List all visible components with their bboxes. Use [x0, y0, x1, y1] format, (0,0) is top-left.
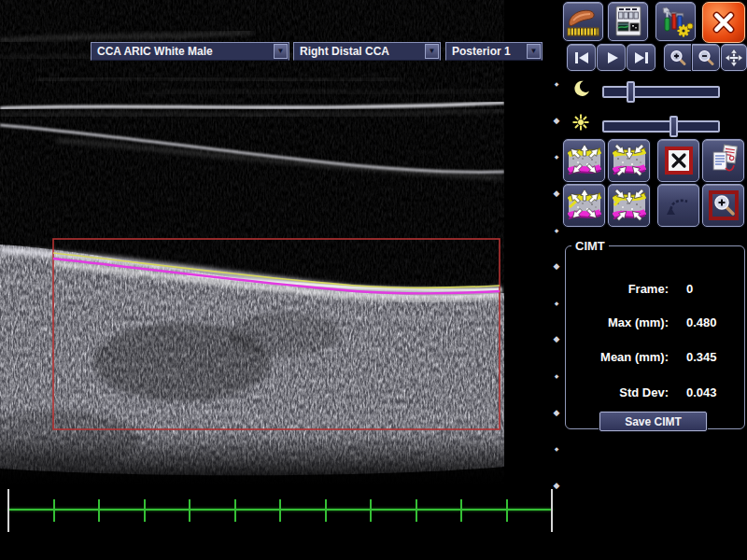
frame-label: Frame:	[566, 281, 669, 298]
zoom-out-icon	[697, 49, 715, 66]
ruler-end-tick	[551, 489, 553, 532]
ruler-tick	[189, 499, 190, 522]
moon-icon	[573, 79, 590, 96]
near-wall-detect-in-icon	[613, 187, 646, 224]
stddev-value: 0.043	[686, 385, 717, 401]
sun-icon	[571, 113, 590, 132]
zoom-in-icon	[669, 49, 687, 66]
contrast-slider-thumb[interactable]	[627, 81, 635, 103]
diamond-icon: ◆	[554, 262, 560, 271]
report-layout-button[interactable]	[608, 2, 648, 41]
ultrasound-image-canvas[interactable]	[0, 0, 504, 485]
pan-icon	[725, 49, 743, 67]
scale-ruler	[7, 489, 553, 532]
ruler-tick	[144, 499, 146, 522]
close-button[interactable]	[702, 2, 745, 43]
ruler-end-tick	[7, 489, 9, 532]
play-icon	[602, 49, 621, 66]
copy-report-icon	[707, 143, 740, 178]
ruler-tick	[279, 499, 281, 522]
near-wall-detect-out-icon	[568, 187, 601, 224]
save-cimt-button[interactable]: Save CIMT	[599, 412, 707, 431]
zoom-in-button[interactable]	[664, 44, 692, 71]
diamond-icon: ◆	[554, 189, 560, 198]
probe-measure-icon	[566, 5, 601, 38]
cimt-panel-title: CIMT	[571, 239, 609, 253]
stddev-label: Std Dev:	[566, 385, 669, 401]
diamond-icon: ◆	[555, 228, 559, 233]
magnify-roi-button[interactable]	[702, 184, 744, 227]
near-wall-detect-out-button[interactable]	[563, 184, 605, 227]
mean-value: 0.345	[686, 349, 717, 366]
brightness-slider[interactable]	[602, 120, 720, 133]
panel-divider-diamonds: ◆ ◆ ◆ ◆ ◆ ◆ ◆ ◆ ◆ ◆ ◆ ◆	[551, 81, 562, 490]
copy-report-button[interactable]	[702, 139, 744, 182]
last-frame-button[interactable]	[627, 44, 655, 71]
pan-button[interactable]	[721, 44, 747, 71]
settings-tools-button[interactable]	[655, 2, 696, 41]
ruler-tick	[370, 499, 372, 522]
ultrasound-graphics	[0, 0, 504, 485]
first-frame-icon	[572, 49, 591, 66]
ruler-ticks	[7, 489, 553, 532]
cimt-analysis-window: { "presets": { "protocol": "CCA ARIC Whi…	[0, 0, 747, 560]
delete-trace-icon	[662, 144, 696, 177]
ruler-tick	[234, 499, 236, 522]
max-label: Max (mm):	[566, 315, 669, 331]
ruler-tick	[460, 499, 462, 522]
diamond-icon: ◆	[554, 117, 560, 125]
diamond-icon: ◆	[554, 335, 560, 343]
ruler-tick	[416, 499, 417, 522]
far-wall-detect-in-button[interactable]	[608, 139, 650, 182]
play-button[interactable]	[597, 44, 626, 71]
probe-measure-button[interactable]	[563, 2, 603, 41]
chevron-down-icon[interactable]: ▼	[425, 44, 439, 59]
diamond-icon: ◆	[555, 373, 559, 379]
close-icon	[708, 7, 740, 38]
ruler-tick	[506, 499, 508, 522]
chevron-down-icon[interactable]: ▼	[527, 44, 541, 59]
report-layout-icon	[611, 5, 646, 38]
diamond-icon: ◆	[554, 409, 560, 417]
diamond-icon: ◆	[554, 482, 560, 490]
zoom-out-button[interactable]	[692, 44, 720, 71]
diamond-icon: ◆	[555, 301, 559, 306]
protocol-dropdown-value: CCA ARIC White Male	[97, 45, 213, 58]
delete-trace-button[interactable]	[657, 139, 699, 182]
angle-dropdown-value: Posterior 1	[452, 45, 511, 58]
last-frame-icon	[632, 49, 651, 66]
undo-button[interactable]	[657, 184, 699, 227]
near-wall-detect-in-button[interactable]	[608, 184, 650, 227]
ruler-tick	[325, 499, 327, 522]
settings-tools-icon	[658, 5, 694, 38]
diamond-icon: ◆	[555, 154, 559, 160]
chevron-down-icon[interactable]: ▼	[274, 44, 288, 59]
first-frame-button[interactable]	[567, 44, 596, 71]
diamond-icon: ◆	[555, 81, 559, 87]
far-wall-detect-out-button[interactable]	[563, 139, 605, 182]
far-wall-detect-out-icon	[568, 142, 601, 179]
segment-dropdown-value: Right Distal CCA	[300, 45, 389, 58]
ruler-tick	[98, 499, 100, 522]
protocol-dropdown[interactable]: CCA ARIC White Male ▼	[91, 42, 289, 61]
frame-value: 0	[686, 281, 693, 298]
brightness-slider-thumb[interactable]	[669, 116, 678, 137]
magnify-roi-icon	[707, 189, 740, 222]
angle-dropdown[interactable]: Posterior 1 ▼	[445, 42, 543, 61]
cimt-panel: CIMT Frame: 0 Max (mm): 0.480 Mean (mm):…	[565, 239, 745, 429]
contrast-slider[interactable]	[602, 86, 720, 98]
undo-icon	[663, 189, 695, 221]
ruler-tick	[53, 499, 55, 522]
segment-dropdown[interactable]: Right Distal CCA ▼	[293, 42, 441, 61]
far-wall-detect-in-icon	[613, 142, 646, 179]
max-value: 0.480	[686, 315, 717, 331]
mean-label: Mean (mm):	[566, 349, 669, 366]
diamond-icon: ◆	[555, 446, 559, 452]
